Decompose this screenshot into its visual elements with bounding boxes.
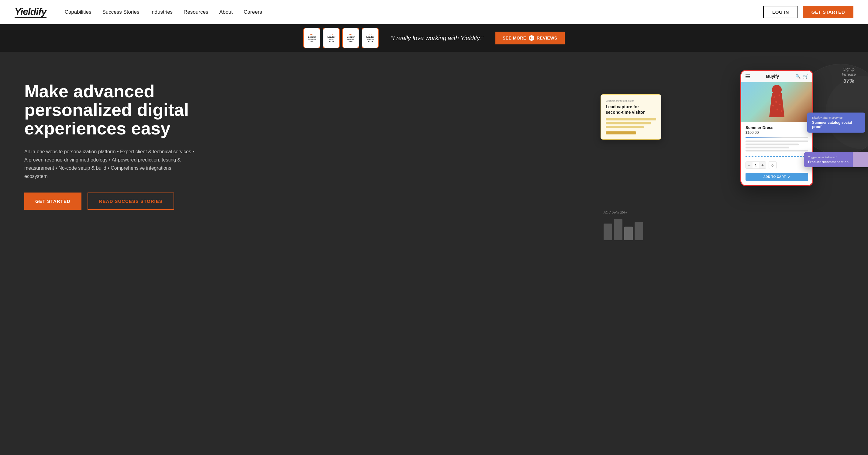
nav-item-success-stories[interactable]: Success Stories <box>102 9 140 15</box>
svg-marker-1 <box>769 93 784 117</box>
signup-stat-value: 37% <box>842 77 856 85</box>
hero-visual: SignupIncrease 37% Buyify 🔍 🛒 <box>594 58 868 246</box>
display-trigger-label: Display after 5 seconds <box>812 116 860 119</box>
g2-badges: G2 Leader SUMMER 2021 G2 Leader FALL 202… <box>303 28 379 48</box>
svg-point-5 <box>779 104 781 105</box>
nav-item-industries[interactable]: Industries <box>150 9 173 15</box>
read-success-stories-button[interactable]: READ SUCCESS STORIES <box>88 193 174 210</box>
phone-action-icons: 🔍 🛒 <box>795 74 808 79</box>
product-image <box>741 82 812 122</box>
nav-item-resources[interactable]: Resources <box>184 9 208 15</box>
aov-chart-bars <box>603 216 652 240</box>
svg-point-8 <box>781 110 782 112</box>
quantity-decrease-button[interactable]: − <box>746 162 752 169</box>
quantity-row: − 1 + ♡ <box>741 160 812 171</box>
hero-actions: GET STARTED READ SUCCESS STORIES <box>24 193 194 210</box>
desc-line-2 <box>746 144 799 145</box>
phone-product-info: Summer Dress $100.00 <box>741 122 812 156</box>
login-button[interactable]: LOG IN <box>763 6 798 18</box>
see-more-reviews-button[interactable]: SEE MORE G REVIEWS <box>495 32 565 45</box>
chart-bar-3 <box>624 227 633 240</box>
reviews-label: REVIEWS <box>537 36 557 40</box>
svg-point-7 <box>777 109 778 110</box>
g2-icon: G <box>529 35 534 41</box>
nav-item-careers[interactable]: Careers <box>244 9 262 15</box>
exit-intent-label: Shopper shows exit intent <box>606 99 656 102</box>
badge-spring-2022: G2 Leader SPRING 2022 <box>362 28 379 48</box>
badge-summer-2021: G2 Leader SUMMER 2021 <box>303 28 320 48</box>
form-line-2 <box>606 122 651 124</box>
nav-item-about[interactable]: About <box>219 9 232 15</box>
product-description-lines <box>746 141 808 151</box>
summer-catalog-card: Display after 5 seconds Summer catalog s… <box>807 113 865 133</box>
hamburger-icon <box>746 75 750 78</box>
chart-bar-2 <box>614 219 622 240</box>
social-proof-banner: G2 Leader SUMMER 2021 G2 Leader FALL 202… <box>0 24 868 52</box>
lead-capture-title: Lead capture for second-time visitor <box>606 104 656 115</box>
product-recommendation-card: Trigger on add-to-cart Product recommend… <box>804 152 868 167</box>
badge-fall-2021: G2 Leader FALL 2021 <box>323 28 340 48</box>
quantity-control: − 1 + <box>746 162 766 169</box>
navbar: Yieldify Capabilities Success Stories In… <box>0 0 868 24</box>
product-name: Summer Dress <box>746 125 808 130</box>
hero-section: Make advanced personalized digital exper… <box>0 52 868 455</box>
desc-line-4 <box>746 150 808 151</box>
svg-point-6 <box>772 105 774 107</box>
badge-winter-2021: G2 Leader WINTER 2021 <box>342 28 359 48</box>
signup-increase-stat: SignupIncrease 37% <box>842 67 856 85</box>
svg-point-3 <box>779 94 780 96</box>
desc-line-1 <box>746 141 808 142</box>
hero-description: All-in-one website personalization platf… <box>24 147 194 181</box>
chart-bar-1 <box>603 224 612 240</box>
add-to-cart-button[interactable]: ADD TO CART ✓ <box>746 173 808 181</box>
search-icon: 🔍 <box>795 74 801 79</box>
see-more-label: SEE MORE <box>503 36 526 40</box>
nav-links: Capabilities Success Stories Industries … <box>65 9 763 15</box>
svg-point-4 <box>775 101 777 103</box>
trigger-on-cart-label: Trigger on add-to-cart <box>808 156 848 159</box>
cart-dashed-border <box>746 156 808 157</box>
hero-title: Make advanced personalized digital exper… <box>24 82 194 138</box>
phone-mockup: Buyify 🔍 🛒 <box>740 70 813 186</box>
lead-capture-cta <box>606 132 636 135</box>
summer-catalog-title: Summer catalog social proof <box>812 120 860 129</box>
hero-content: Make advanced personalized digital exper… <box>24 76 194 210</box>
desc-line-3 <box>746 147 789 148</box>
aov-chart: AOV Uplift 25% <box>603 210 652 240</box>
form-line-3 <box>606 126 644 129</box>
aov-label: AOV Uplift 25% <box>603 210 652 214</box>
product-price: $100.00 <box>746 131 808 135</box>
add-to-cart-label: ADD TO CART <box>764 175 786 178</box>
product-rec-image-placeholder <box>853 152 868 167</box>
quantity-increase-button[interactable]: + <box>759 162 766 169</box>
svg-point-2 <box>773 96 775 98</box>
nav-actions: LOG IN GET STARTED <box>763 6 854 18</box>
get-started-nav-button[interactable]: GET STARTED <box>803 6 854 18</box>
product-rec-title: Product recommendation <box>808 160 848 164</box>
product-rec-content: Trigger on add-to-cart Product recommend… <box>804 152 853 167</box>
cart-icon: 🛒 <box>803 74 808 79</box>
wishlist-button[interactable]: ♡ <box>769 161 777 169</box>
phone-brand: Buyify <box>766 74 779 79</box>
form-line-1 <box>606 118 656 120</box>
logo[interactable]: Yieldify <box>14 6 46 18</box>
signup-stat-label: SignupIncrease <box>842 67 856 77</box>
lead-capture-form-lines <box>606 118 656 129</box>
quantity-display: 1 <box>752 162 759 169</box>
phone-top-bar: Buyify 🔍 🛒 <box>741 71 812 82</box>
chart-bar-4 <box>634 222 643 240</box>
checkmark-icon: ✓ <box>788 175 790 178</box>
product-color-selector <box>746 137 808 138</box>
get-started-hero-button[interactable]: GET STARTED <box>24 193 82 210</box>
lead-capture-card: Shopper shows exit intent Lead capture f… <box>600 94 661 140</box>
banner-quote: “I really love working with Yieldify.” <box>391 35 483 42</box>
nav-item-capabilities[interactable]: Capabilities <box>65 9 91 15</box>
dress-illustration <box>765 84 789 120</box>
